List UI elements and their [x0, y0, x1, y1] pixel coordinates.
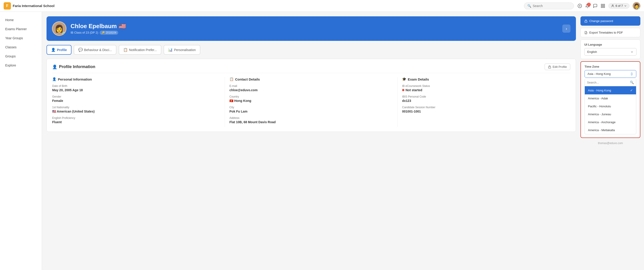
messages-button[interactable] — [593, 4, 598, 8]
search-icon: 🔍 — [630, 80, 634, 84]
student-online-indicator — [63, 32, 65, 35]
ui-language-select[interactable]: English — [584, 48, 636, 56]
student-id-badge: 🔑 2018104 — [100, 31, 118, 35]
english-proficiency-field: English Proficiency Fluent — [52, 116, 220, 124]
time-zone-section: Time Zone Asia - Hong Kong 🔍 Asia - Hong… — [580, 61, 640, 138]
tz-option-america-metlakatla[interactable]: America - Metlakatla — [585, 126, 636, 134]
sidebar-item-groups[interactable]: Groups — [0, 52, 42, 61]
online-indicator — [638, 8, 640, 10]
city-field: City Pok Fu Lam — [230, 106, 393, 113]
ibis-code-field: IBIS Personal Code dx123 — [402, 95, 570, 102]
personal-info-title: 👤 Personal Information — [52, 77, 220, 81]
right-panel: Change password Export Timetables to PDF… — [580, 12, 644, 270]
tab-profile[interactable]: 👤 Profile — [46, 45, 72, 55]
svg-point-7 — [612, 4, 613, 6]
time-zone-search-input[interactable] — [587, 81, 628, 84]
chevron-down-icon — [630, 50, 634, 54]
tab-notification[interactable]: 📋 Notification Prefer... — [119, 45, 161, 55]
tab-behaviour[interactable]: 💬 Behaviour & Disci... — [74, 45, 116, 55]
tz-option-pacific-honolulu[interactable]: Pacific - Honolulu — [585, 102, 636, 110]
student-subtitle: IB Class of 23 (DP 2) 🔑 2018104 — [70, 31, 126, 35]
search-bar[interactable]: 🔍 — [524, 2, 574, 9]
student-avatar: 👩 — [52, 21, 66, 36]
selected-checkmark: ✓ — [630, 88, 633, 92]
bottom-email: thomas@eduvo.com — [580, 140, 640, 146]
svg-rect-3 — [601, 4, 603, 6]
address-field: Address Flat 10B, 68 Mount Davis Road — [230, 116, 393, 124]
lock-icon — [584, 20, 588, 23]
tz-option-america-anchorage[interactable]: America - Anchorage — [585, 118, 636, 126]
svg-rect-4 — [604, 4, 605, 6]
country-field: Country 🇭🇰 Hong Kong — [230, 95, 393, 102]
next-student-button[interactable]: › — [562, 24, 570, 33]
grid-button[interactable] — [601, 4, 605, 8]
candidate-session-field: Candidate Session Number 001001-1001 — [402, 106, 570, 113]
svg-rect-8 — [548, 67, 551, 68]
logo-icon: F — [4, 2, 11, 10]
search-input[interactable] — [532, 4, 570, 8]
time-zone-dropdown: 🔍 Asia - Hong Kong ✓ America - Adak Paci… — [584, 78, 636, 134]
behaviour-tab-icon: 💬 — [78, 48, 83, 52]
sidebar-item-explore[interactable]: Explore — [0, 61, 42, 70]
contact-details-title: 📋 Contact Details — [230, 77, 393, 81]
export-icon — [584, 31, 588, 34]
search-icon: 🔍 — [527, 4, 531, 8]
sidebar-item-exams-planner[interactable]: Exams Planner — [0, 24, 42, 34]
lock-icon — [548, 65, 551, 68]
export-timetables-button[interactable]: Export Timetables to PDF — [580, 28, 640, 37]
sidebar-item-classes[interactable]: Classes — [0, 43, 42, 52]
personal-info-column: 👤 Personal Information Date of Birth May… — [52, 77, 225, 127]
profile-card-header: 👤 Profile Information Edit Profile — [52, 64, 570, 73]
counter-label: 6 of 7 — [616, 4, 623, 8]
nav-actions: 2 6 of 7 👩 — [578, 2, 640, 10]
email-field: E-mail chloe@eduvo.com — [230, 84, 393, 92]
profile-tab-icon: 👤 — [51, 48, 56, 52]
app-logo[interactable]: F Faria International School — [4, 2, 54, 10]
time-zone-select[interactable]: Asia - Hong Kong — [584, 70, 636, 78]
notification-tab-icon: 📋 — [123, 48, 128, 52]
tz-option-america-adak[interactable]: America - Adak — [585, 94, 636, 102]
school-name: Faria International School — [13, 4, 54, 8]
user-avatar[interactable]: 👩 — [633, 2, 640, 10]
personalisation-tab-icon: 📊 — [168, 48, 173, 52]
exam-details-column: 🎓 Exam Details IB eCoursework Status Not… — [398, 77, 570, 127]
dob-field: Date of Birth May 20, 2005 Age 18 — [52, 84, 220, 92]
exam-details-title: 🎓 Exam Details — [402, 77, 570, 81]
sidebar-item-home[interactable]: Home — [0, 16, 42, 24]
profile-card: 👤 Profile Information Edit Profile 👤 Per… — [46, 59, 576, 132]
profile-card-title: 👤 Profile Information — [52, 64, 95, 70]
sidebar-item-year-groups[interactable]: Year Groups — [0, 34, 42, 43]
contact-details-column: 📋 Contact Details E-mail chloe@eduvo.com… — [225, 77, 398, 127]
student-header: 👩 Chloe Epelbaum 🇺🇸 IB Class of 23 (DP 2… — [46, 16, 576, 41]
chevron-updown-icon — [630, 72, 633, 76]
gender-field: Gender Female — [52, 95, 220, 102]
change-password-button[interactable]: Change password — [580, 16, 640, 26]
coursework-status-field: IB eCoursework Status Not started — [402, 84, 570, 92]
svg-rect-9 — [585, 21, 587, 22]
student-counter[interactable]: 6 of 7 — [608, 3, 630, 8]
notification-badge: 2 — [587, 3, 591, 6]
status-indicator — [402, 89, 404, 91]
main-content: 👩 Chloe Epelbaum 🇺🇸 IB Class of 23 (DP 2… — [42, 12, 580, 270]
add-button[interactable] — [578, 4, 582, 8]
app-layout: Home Exams Planner Year Groups Classes G… — [0, 12, 644, 270]
tz-option-america-juneau[interactable]: America - Juneau — [585, 110, 636, 118]
ui-language-section: UI Language English — [580, 40, 640, 59]
profile-columns: 👤 Personal Information Date of Birth May… — [52, 77, 570, 127]
notification-button[interactable]: 2 — [585, 4, 590, 8]
svg-rect-5 — [601, 6, 603, 8]
edit-profile-button[interactable]: Edit Profile — [544, 64, 570, 70]
tz-option-asia-hk[interactable]: Asia - Hong Kong ✓ — [585, 86, 636, 94]
tab-personalisation[interactable]: 📊 Personalisation — [164, 45, 200, 55]
svg-rect-6 — [604, 6, 605, 8]
chevron-down-icon — [624, 4, 627, 8]
time-zone-search-container: 🔍 — [585, 79, 636, 86]
nationality-field: 1st Nationality 🇺🇸 American (United Stat… — [52, 106, 220, 113]
student-info: Chloe Epelbaum 🇺🇸 IB Class of 23 (DP 2) … — [70, 23, 126, 35]
sidebar: Home Exams Planner Year Groups Classes G… — [0, 12, 42, 270]
student-name: Chloe Epelbaum 🇺🇸 — [70, 23, 126, 30]
tab-bar: 👤 Profile 💬 Behaviour & Disci... 📋 Notif… — [46, 45, 576, 55]
top-navigation: F Faria International School 🔍 2 6 of 7 … — [0, 0, 644, 12]
